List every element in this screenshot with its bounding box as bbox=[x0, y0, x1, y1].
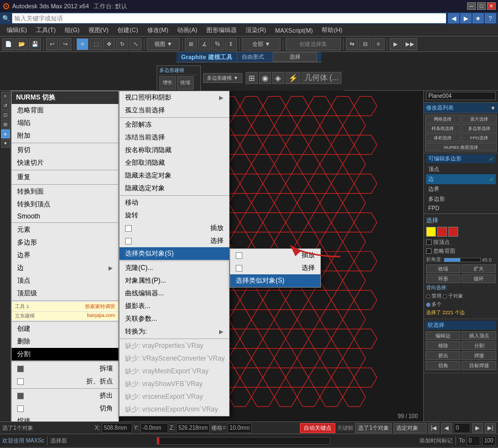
tb-scale[interactable]: ⤡ bbox=[129, 38, 142, 50]
color-box-1[interactable] bbox=[426, 227, 436, 237]
ctx-collapse[interactable]: 塌陷 bbox=[12, 117, 118, 129]
ctx-chamfer[interactable]: 切角 bbox=[12, 402, 118, 415]
ctx2-vrscene-anim[interactable]: 缺少: vrsceneExportAnim`VRay bbox=[120, 403, 229, 416]
menu-create[interactable]: 创建(C) bbox=[113, 25, 142, 35]
ctx2-unfreeze-all[interactable]: 全部解冻 bbox=[120, 118, 229, 131]
left-tool-1[interactable]: + bbox=[1, 92, 10, 101]
search-next-btn[interactable]: ▶ bbox=[460, 13, 471, 23]
menu-graph-editor[interactable]: 图形编辑器 bbox=[202, 25, 241, 35]
ctx-vertex[interactable]: 顶点 bbox=[12, 274, 118, 287]
left-tool-6[interactable]: ✦ bbox=[1, 139, 10, 148]
radio-disable[interactable] bbox=[426, 294, 430, 299]
y-coord[interactable]: -0.0mm bbox=[141, 423, 168, 433]
ctx2-freeze-sel[interactable]: 冻结当前选择 bbox=[120, 131, 229, 144]
left-tool-3[interactable]: ⊡ bbox=[1, 111, 10, 119]
mesh-sel-btn[interactable]: 网格选择 bbox=[425, 114, 461, 123]
tb-named-sel[interactable]: 创建选择集 bbox=[286, 38, 341, 50]
x-coord[interactable]: 508.8mm bbox=[102, 423, 132, 433]
tb-select[interactable]: ✛ bbox=[76, 38, 89, 50]
tb-render[interactable]: ▶▶ bbox=[403, 38, 417, 50]
menu-tools[interactable]: 工具(T) bbox=[32, 25, 60, 35]
ctx2-select-similar[interactable]: 选择类似对象(S) bbox=[120, 247, 229, 260]
z-coord[interactable]: 526.218mm bbox=[176, 423, 210, 433]
ctx-top-level[interactable]: 顶层级 bbox=[12, 287, 118, 300]
fpd-sel-btn[interactable]: FPD选择 bbox=[461, 133, 497, 142]
menu-animation[interactable]: 动画(A) bbox=[173, 25, 202, 35]
ctx-edge[interactable]: 边▶ bbox=[12, 262, 118, 274]
ctx-create[interactable]: 创建 bbox=[12, 322, 118, 335]
tb-light[interactable]: ⚡ bbox=[286, 72, 300, 84]
left-tool-2[interactable]: ↺ bbox=[1, 101, 10, 110]
ctx2-vrscene[interactable]: 缺少: vrsceneExport`VRay bbox=[120, 390, 229, 403]
menu-group[interactable]: 组(G) bbox=[60, 25, 84, 35]
ctx2-vray-scene[interactable]: 缺少: VRaySceneConverter`VRay bbox=[120, 352, 229, 365]
menu-render[interactable]: 渲染(R) bbox=[241, 25, 271, 35]
ctx2-vray-props[interactable]: 缺少: vrayProperties`VRay bbox=[120, 340, 229, 352]
chamfer2-btn[interactable]: 切角 bbox=[426, 361, 460, 370]
ctx3-select-similar[interactable]: 选择类似对象(S) bbox=[230, 274, 320, 287]
radio-multi[interactable] bbox=[426, 303, 430, 307]
menu-help[interactable]: 帮助(H) bbox=[317, 25, 346, 35]
ctx2-unhide-by-name[interactable]: 按名称取消隐藏 bbox=[120, 144, 229, 157]
ctx-polygon[interactable]: 多边形 bbox=[12, 236, 118, 249]
subobj-vertex[interactable]: 顶点 bbox=[426, 164, 496, 174]
ignore-back-chk[interactable] bbox=[426, 248, 432, 254]
tb-ref-coord[interactable]: 视图 ▼ bbox=[147, 38, 180, 50]
subobj-fpd[interactable]: FPD bbox=[426, 204, 496, 212]
search-help-btn[interactable]: ? bbox=[485, 13, 496, 23]
by-vertex-chk[interactable] bbox=[426, 239, 432, 245]
ctx-convert-face[interactable]: 转换到面 bbox=[12, 185, 118, 198]
ctx2-convert-to[interactable]: 转换为:▶ bbox=[120, 325, 229, 338]
ctx2-isolate[interactable]: 孤立当前选择 bbox=[120, 104, 229, 117]
radio-subobj[interactable] bbox=[443, 294, 447, 299]
weld2-btn[interactable]: 焊接 bbox=[461, 351, 496, 360]
ctx2-hide-unsel[interactable]: 隐藏未选定对象 bbox=[120, 169, 229, 182]
ctx-smooth[interactable]: Smooth bbox=[12, 211, 118, 222]
tb-geometry[interactable]: 几何体 (... bbox=[302, 72, 341, 84]
subobj-edge-active[interactable]: 边 ✓ bbox=[426, 174, 496, 184]
graphite-shrink-btn[interactable]: 收缩 bbox=[177, 76, 194, 90]
ctx-ignore-back[interactable]: 忽略背面 bbox=[12, 104, 118, 117]
ctx-weld[interactable]: 焊接 bbox=[12, 415, 118, 421]
nav-last[interactable]: ▶| bbox=[485, 423, 496, 433]
minimize-btn[interactable]: ─ bbox=[467, 2, 476, 10]
ctx2-hide-sel[interactable]: 隐藏选定对象 bbox=[120, 182, 229, 195]
tb-render-setup[interactable]: ▶ bbox=[390, 38, 402, 50]
ctx2-rotate[interactable]: 旋转 bbox=[120, 209, 229, 222]
shrink-btn[interactable]: 收缩 bbox=[426, 264, 460, 273]
modifier-list-arrow[interactable]: ▼ bbox=[490, 105, 496, 111]
search-prev-btn[interactable]: ◀ bbox=[448, 13, 459, 23]
nav-first[interactable]: |◀ bbox=[428, 423, 439, 433]
close-btn[interactable]: ✕ bbox=[487, 2, 496, 10]
menu-view[interactable]: 视图(V) bbox=[84, 25, 113, 35]
nurbs-sel-btn[interactable]: NURBS 曲面选择 bbox=[425, 143, 497, 152]
color-box-2[interactable] bbox=[437, 227, 447, 237]
tb-shaded[interactable]: ◉ bbox=[259, 72, 271, 84]
tb-select-filter[interactable]: 全部 ▼ bbox=[242, 38, 281, 50]
ctx-attach[interactable]: 附加 bbox=[12, 129, 118, 142]
tb-move[interactable]: ✥ bbox=[103, 38, 115, 50]
ctx2-dope-sheet[interactable]: 摄影表... bbox=[120, 300, 229, 312]
poly-sel-btn[interactable]: 多边形选择 bbox=[461, 124, 497, 133]
ctx2-properties[interactable]: 对象属性(P)... bbox=[120, 274, 229, 287]
tb-wireframe[interactable]: ⊞ bbox=[246, 72, 258, 84]
grid-size[interactable]: 10.0mm bbox=[227, 423, 252, 433]
color-box-3[interactable] bbox=[448, 227, 458, 237]
search-input[interactable] bbox=[12, 13, 446, 23]
grow-btn[interactable]: 扩大 bbox=[461, 264, 496, 273]
tb-new[interactable]: 📄 bbox=[2, 38, 14, 50]
nav-prev[interactable]: ◀ bbox=[441, 423, 452, 433]
graphite-grow-btn[interactable]: 增长 bbox=[159, 76, 176, 90]
tb-percent-snap[interactable]: % bbox=[211, 38, 224, 50]
ctx-detach[interactable]: 拆壤 bbox=[12, 362, 118, 375]
selected-obj-dropdown[interactable]: 选了1个对象 bbox=[355, 423, 392, 433]
ring-btn[interactable]: 环形 bbox=[426, 274, 460, 283]
tb-snap-toggle[interactable]: ⊞ bbox=[185, 38, 197, 50]
menu-modify[interactable]: 修改(M) bbox=[143, 25, 173, 35]
loop-btn[interactable]: 循环 bbox=[461, 274, 496, 283]
tb-save[interactable]: 💾 bbox=[29, 38, 41, 50]
ctx3-select[interactable]: 选择 bbox=[230, 262, 320, 274]
tb-align[interactable]: ⊟ bbox=[359, 38, 371, 50]
select-obj-combo[interactable]: 选定对象 bbox=[393, 423, 427, 433]
subobj-polygon[interactable]: 多边形 bbox=[426, 194, 496, 204]
